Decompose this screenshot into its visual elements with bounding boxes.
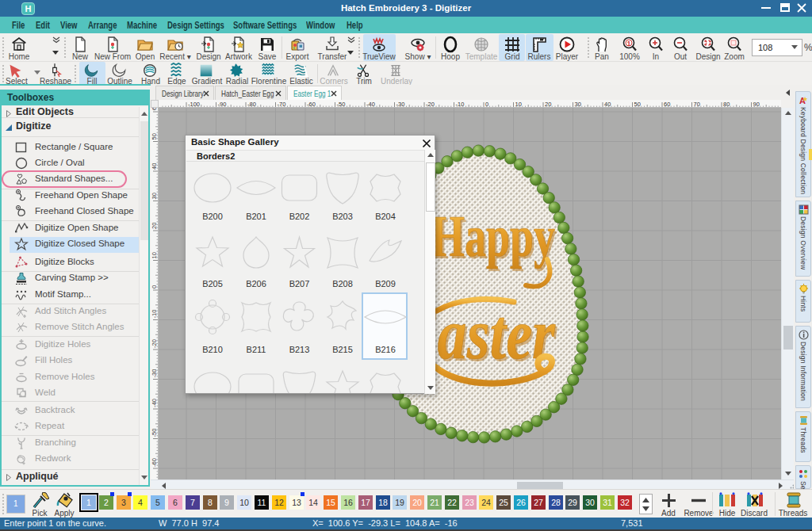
svg-text:B205: B205 xyxy=(202,279,223,288)
svg-text:B200: B200 xyxy=(202,212,223,221)
svg-text:B204: B204 xyxy=(375,212,396,221)
svg-text:B203: B203 xyxy=(332,212,353,221)
svg-text:B210: B210 xyxy=(202,345,223,354)
svg-text:80: 80 xyxy=(723,101,730,108)
svg-text:40: 40 xyxy=(151,163,158,170)
svg-text:Happy: Happy xyxy=(431,204,555,269)
svg-text:B216: B216 xyxy=(375,345,396,354)
svg-text:B211: B211 xyxy=(247,345,266,354)
svg-text:B201: B201 xyxy=(246,212,266,221)
svg-text:40: 40 xyxy=(604,101,611,108)
svg-text:B209: B209 xyxy=(375,279,396,288)
svg-text:B206: B206 xyxy=(246,279,266,288)
svg-text:B202: B202 xyxy=(289,212,310,221)
svg-text:B213: B213 xyxy=(289,345,310,354)
svg-text:20: 20 xyxy=(545,101,551,108)
svg-text:20: 20 xyxy=(151,223,158,229)
svg-text:60: 60 xyxy=(151,108,158,110)
svg-text:60: 60 xyxy=(664,101,670,108)
svg-text:B215: B215 xyxy=(332,345,353,354)
svg-text:B208: B208 xyxy=(332,279,353,288)
svg-text:B207: B207 xyxy=(289,279,310,288)
